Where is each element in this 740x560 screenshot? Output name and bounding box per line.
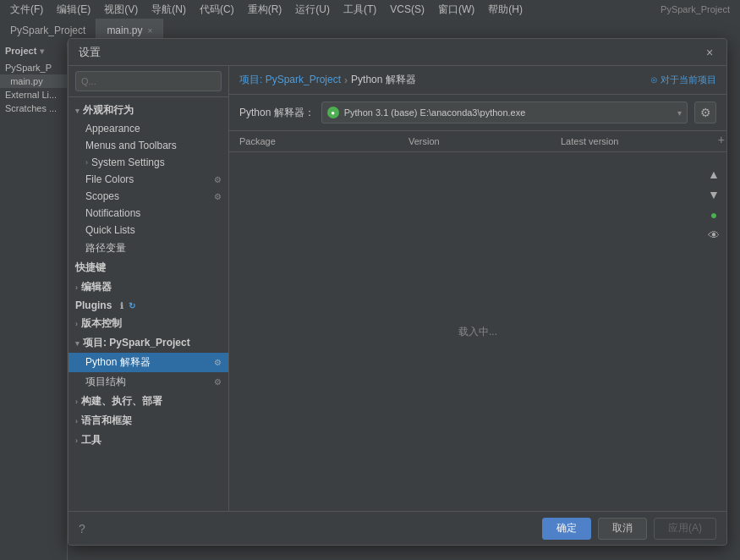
settings-dialog: 设置 × ▾ 外观和行为 Appearance Menus and Toolba… — [68, 38, 727, 546]
python-icon: ● — [327, 107, 339, 118]
close-icon[interactable]: × — [703, 46, 716, 59]
menu-run[interactable]: 运行(U) — [290, 1, 335, 19]
interpreter-settings-icon: ⚙ — [214, 358, 222, 367]
package-table-body: 载入中... — [229, 152, 726, 511]
tree-item-shortcuts[interactable]: 快捷键 — [69, 258, 228, 277]
menu-help[interactable]: 帮助(H) — [483, 1, 528, 19]
breadcrumb-action[interactable]: ⊙ 对于当前项目 — [650, 74, 716, 86]
tree-item-python-interpreter[interactable]: Python 解释器 ⚙ — [69, 353, 228, 372]
tree-item-menus[interactable]: Menus and Toolbars — [69, 137, 228, 154]
sidebar-item-main[interactable]: main.py — [0, 74, 67, 88]
breadcrumb-separator: › — [344, 74, 348, 86]
tab-main-label: main.py — [107, 25, 142, 36]
window-title: PySpark_Project — [655, 3, 735, 16]
breadcrumb: 项目: PySpark_Project › Python 解释器 ⊙ 对于当前项… — [229, 66, 726, 95]
tree-item-system-settings[interactable]: › System Settings — [69, 154, 228, 171]
settings-panel-left: ▾ 外观和行为 Appearance Menus and Toolbars › … — [69, 66, 229, 511]
tree-item-file-colors[interactable]: File Colors ⚙ — [69, 171, 228, 188]
menu-view[interactable]: 视图(V) — [99, 1, 143, 19]
interpreter-settings-button[interactable]: ⚙ — [694, 102, 716, 124]
menu-bar: 文件(F) 编辑(E) 视图(V) 导航(N) 代码(C) 重构(R) 运行(U… — [0, 0, 740, 19]
dialog-title: 设置 — [79, 45, 703, 60]
search-container — [69, 66, 228, 97]
tree-item-path-vars-label: 路径变量 — [85, 241, 126, 255]
tree-item-tools[interactable]: › 工具 — [69, 431, 228, 450]
tree-item-scopes[interactable]: Scopes ⚙ — [69, 188, 228, 205]
dialog-titlebar: 设置 × — [69, 39, 726, 66]
interpreter-dropdown-icon: ▾ — [677, 108, 682, 118]
tree-item-build[interactable]: › 构建、执行、部署 — [69, 392, 228, 411]
tree-item-vcs[interactable]: › 版本控制 — [69, 314, 228, 333]
tree-item-path-vars[interactable]: 路径变量 — [69, 239, 228, 258]
tree-item-editor-label: 编辑器 — [81, 280, 112, 294]
sidebar-item-external[interactable]: External Li... — [0, 88, 67, 102]
menu-file[interactable]: 文件(F) — [5, 1, 48, 19]
cancel-button[interactable]: 取消 — [598, 518, 647, 540]
tree-item-tools-label: 工具 — [81, 433, 101, 447]
tree-item-vcs-label: 版本控制 — [81, 316, 122, 331]
tree-item-project-parent[interactable]: ▾ 项目: PySpark_Project — [69, 333, 228, 353]
interpreter-label: Python 解释器： — [239, 106, 315, 120]
settings-panel-right: 项目: PySpark_Project › Python 解释器 ⊙ 对于当前项… — [229, 66, 726, 511]
tree-item-appearance-label: 外观和行为 — [83, 103, 134, 118]
add-package-button[interactable]: + — [718, 133, 725, 146]
col-version-header: Version — [408, 135, 561, 148]
chevron-down-icon-2: ▾ — [75, 339, 79, 348]
sidebar-tree: PySpark_P main.py External Li... Scratch… — [0, 59, 67, 117]
tree-item-editor[interactable]: › 编辑器 — [69, 277, 228, 297]
loading-indicator: 载入中... — [458, 325, 497, 339]
menu-nav[interactable]: 导航(N) — [146, 1, 191, 19]
tree-item-languages[interactable]: › 语言和框架 — [69, 411, 228, 431]
sidebar-title-text: Project — [5, 46, 36, 56]
help-button[interactable]: ? — [79, 522, 85, 535]
sidebar-item-external-label: External Li... — [5, 90, 57, 100]
eye-icon[interactable]: 👁 — [704, 226, 723, 244]
plugins-update-icon[interactable]: ↻ — [129, 301, 135, 310]
tree-item-plugins-label: Plugins — [75, 299, 112, 311]
tree-item-notifications[interactable]: Notifications — [69, 205, 228, 222]
tree-item-quick-lists[interactable]: Quick Lists — [69, 222, 228, 239]
menu-window[interactable]: 窗口(W) — [433, 1, 480, 19]
tree-item-appearance-parent[interactable]: ▾ 外观和行为 — [69, 101, 228, 120]
sidebar-dropdown-icon[interactable]: ▾ — [40, 47, 44, 56]
tree-item-appearance-sub-label: Appearance — [85, 123, 140, 135]
tree-item-notifications-label: Notifications — [85, 207, 140, 219]
tab-project-label: PySpark_Project — [10, 25, 85, 36]
menu-vcs[interactable]: VCS(S) — [385, 2, 430, 17]
menu-edit[interactable]: 编辑(E) — [52, 1, 96, 19]
tree-item-languages-label: 语言和框架 — [81, 414, 132, 428]
tree-item-quick-lists-label: Quick Lists — [85, 224, 135, 236]
sidebar: Project ▾ PySpark_P main.py External Li.… — [0, 42, 68, 560]
status-green-icon[interactable]: ● — [704, 206, 723, 224]
chevron-right-icon-3: › — [75, 320, 78, 328]
package-table-header: Package Version Latest version + — [229, 131, 726, 152]
menu-tools[interactable]: 工具(T) — [338, 1, 381, 19]
sidebar-item-pyspark-label: PySpark_P — [5, 63, 52, 73]
tree-item-project-structure[interactable]: 项目结构 ⚙ — [69, 372, 228, 392]
tree-item-menus-label: Menus and Toolbars — [85, 140, 177, 151]
tree-item-file-colors-label: File Colors — [85, 173, 134, 185]
package-area: Package Version Latest version + 载入中... … — [229, 131, 726, 511]
tab-close-icon[interactable]: × — [147, 26, 152, 36]
confirm-button[interactable]: 确定 — [542, 518, 591, 540]
tree-item-plugins[interactable]: Plugins ℹ ↻ — [69, 297, 228, 314]
sidebar-item-scratches-label: Scratches ... — [5, 103, 57, 113]
sidebar-item-pyspark[interactable]: PySpark_P — [0, 61, 67, 74]
tree-item-project-label: 项目: PySpark_Project — [83, 336, 190, 350]
menu-refactor[interactable]: 重构(R) — [243, 1, 288, 19]
interpreter-row: Python 解释器： ● Python 3.1 (base) E:\anaco… — [229, 95, 726, 131]
apply-button[interactable]: 应用(A) — [654, 518, 716, 540]
breadcrumb-parent-link[interactable]: 项目: PySpark_Project — [239, 73, 341, 87]
plugins-info-icon: ℹ — [120, 301, 123, 310]
interpreter-select[interactable]: ● Python 3.1 (base) E:\anaconda3\python.… — [321, 102, 688, 124]
settings-search-input[interactable] — [75, 71, 222, 91]
breadcrumb-text: 项目: PySpark_Project › Python 解释器 — [239, 73, 416, 87]
col-package-header: Package — [239, 135, 408, 148]
tree-item-appearance[interactable]: Appearance — [69, 120, 228, 137]
scroll-up-button[interactable]: ▲ — [704, 165, 723, 184]
menu-code[interactable]: 代码(C) — [195, 1, 239, 19]
tree-item-scopes-label: Scopes — [85, 190, 119, 202]
sidebar-item-scratches[interactable]: Scratches ... — [0, 102, 67, 115]
side-actions: ▲ ▼ ● 👁 — [701, 162, 726, 248]
scroll-down-button[interactable]: ▼ — [704, 185, 723, 204]
